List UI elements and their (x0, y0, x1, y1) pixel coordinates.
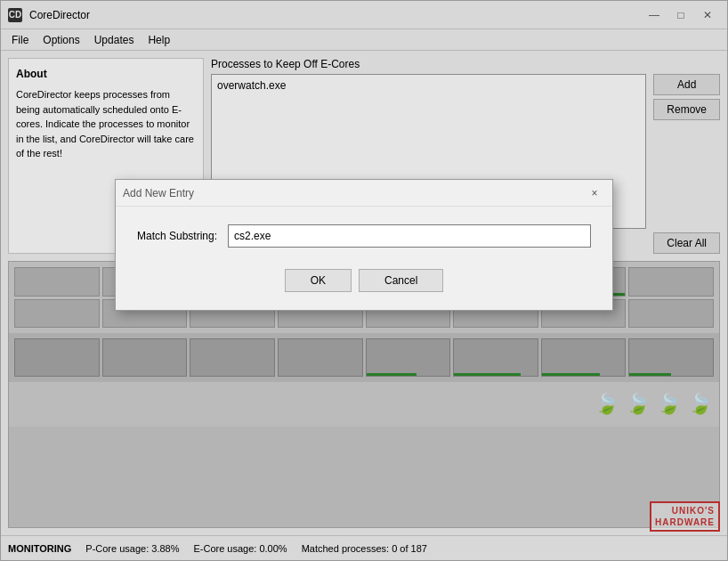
modal-cancel-button[interactable]: Cancel (359, 269, 443, 292)
modal-dialog: Add New Entry × Match Substring: OK Canc… (115, 179, 613, 311)
modal-close-button[interactable]: × (584, 183, 605, 203)
modal-field-label: Match Substring: (137, 230, 217, 242)
modal-ok-button[interactable]: OK (285, 269, 352, 292)
match-substring-input[interactable] (228, 224, 591, 248)
modal-overlay: Add New Entry × Match Substring: OK Canc… (1, 1, 727, 560)
modal-title: Add New Entry (123, 187, 584, 199)
modal-field-row: Match Substring: (137, 224, 591, 248)
main-window: CD CoreDirector — □ ✕ File Options Updat… (0, 0, 728, 561)
modal-body: Match Substring: OK Cancel (116, 207, 612, 310)
modal-title-bar: Add New Entry × (116, 180, 612, 207)
modal-buttons: OK Cancel (137, 269, 591, 292)
